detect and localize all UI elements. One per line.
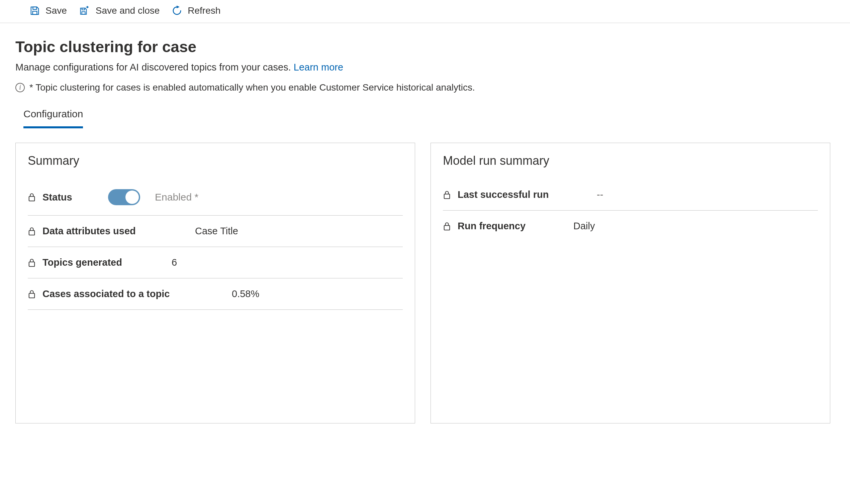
last-run-label: Last successful run: [457, 189, 549, 200]
svg-rect-3: [82, 8, 85, 10]
model-run-card: Model run summary Last successful run --: [431, 143, 830, 424]
status-toggle[interactable]: [108, 189, 140, 205]
lock-icon: [28, 289, 36, 299]
summary-card-title: Summary: [28, 154, 403, 168]
topics-generated-label: Topics generated: [42, 257, 122, 268]
command-bar: Save Save and close Refre: [0, 0, 850, 23]
learn-more-link[interactable]: Learn more: [294, 62, 343, 73]
svg-rect-8: [444, 194, 450, 199]
lock-icon: [28, 193, 36, 202]
save-close-icon: [79, 5, 90, 16]
svg-rect-0: [33, 11, 37, 15]
cases-associated-row: Cases associated to a topic 0.58%: [28, 278, 403, 310]
summary-card: Summary Status: [15, 143, 415, 424]
refresh-icon: [172, 5, 182, 16]
svg-rect-1: [33, 7, 36, 10]
run-frequency-value: Daily: [573, 220, 595, 232]
run-frequency-label: Run frequency: [457, 220, 525, 232]
svg-rect-4: [29, 197, 35, 201]
page-title: Topic clustering for case: [15, 38, 837, 56]
data-attributes-label: Data attributes used: [42, 226, 136, 237]
save-close-button[interactable]: Save and close: [79, 5, 159, 16]
topics-generated-value: 6: [172, 257, 177, 268]
svg-rect-5: [29, 230, 35, 235]
subtitle-text: Manage configurations for AI discovered …: [15, 62, 294, 73]
svg-rect-6: [29, 262, 35, 266]
svg-rect-7: [29, 293, 35, 298]
info-row: i * Topic clustering for cases is enable…: [15, 82, 837, 93]
cases-associated-label: Cases associated to a topic: [42, 288, 170, 300]
lock-icon: [28, 227, 36, 236]
tab-configuration[interactable]: Configuration: [23, 106, 83, 128]
status-row: Status Enabled *: [28, 179, 403, 216]
save-icon: [30, 5, 40, 16]
refresh-button[interactable]: Refresh: [172, 5, 221, 16]
save-close-label: Save and close: [96, 5, 159, 16]
lock-icon: [443, 221, 452, 231]
status-label: Status: [42, 192, 89, 203]
cases-associated-value: 0.58%: [232, 288, 259, 300]
tab-bar: Configuration: [15, 93, 837, 129]
topics-generated-row: Topics generated 6: [28, 247, 403, 278]
svg-rect-9: [444, 225, 450, 230]
refresh-label: Refresh: [188, 5, 221, 16]
toggle-knob: [125, 191, 139, 204]
last-run-value: --: [597, 189, 603, 200]
last-run-row: Last successful run --: [443, 179, 818, 211]
status-value: Enabled *: [155, 192, 198, 203]
page-subtitle: Manage configurations for AI discovered …: [15, 62, 837, 73]
save-button[interactable]: Save: [30, 5, 67, 16]
svg-rect-2: [82, 12, 85, 14]
info-icon: i: [15, 83, 25, 92]
data-attributes-value: Case Title: [195, 226, 238, 237]
data-attributes-row: Data attributes used Case Title: [28, 216, 403, 247]
model-run-card-title: Model run summary: [443, 154, 818, 168]
run-frequency-row: Run frequency Daily: [443, 211, 818, 241]
info-text: * Topic clustering for cases is enabled …: [30, 82, 475, 93]
lock-icon: [443, 190, 452, 199]
lock-icon: [28, 258, 36, 267]
save-label: Save: [46, 5, 67, 16]
